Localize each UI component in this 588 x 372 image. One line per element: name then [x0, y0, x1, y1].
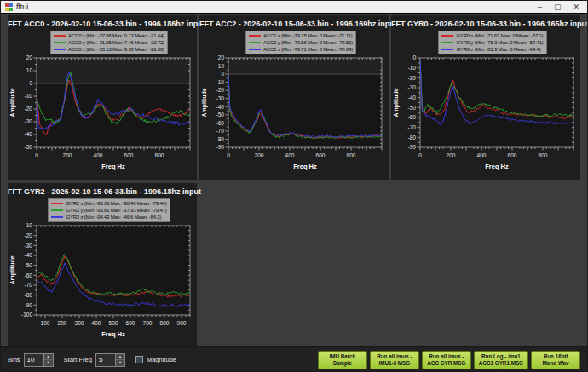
fft-chart-panel-gyr2: FFT GYR2 - 2026-02-10 15-06-33.bin - 199…	[8, 183, 197, 347]
legend-item-acc0-x: ACC0 x (Min: -37.86 Max: 0.13 Mean: -21.…	[54, 32, 164, 39]
svg-text:-70: -70	[408, 124, 417, 130]
bins-stepper[interactable]: 10 ▲ ▼	[24, 353, 54, 367]
svg-text:900: 900	[177, 320, 187, 326]
action-buttons: IMU Batch SampleRun all imus - IMU1-3 MS…	[318, 351, 580, 369]
svg-text:-50: -50	[216, 112, 225, 117]
svg-text:-20: -20	[25, 106, 33, 112]
legend-item-acc2-x: ACC2 x (Min: -79.15 Max: 0 Mean: -71.11)	[249, 32, 353, 39]
legend-line-swatch	[441, 35, 453, 37]
bins-value[interactable]: 10	[25, 354, 43, 366]
app-icon	[5, 3, 13, 11]
start-freq-down-arrow-icon[interactable]: ▼	[116, 359, 124, 366]
svg-text:-50: -50	[25, 262, 33, 268]
svg-text:-80: -80	[25, 292, 33, 298]
legend-item-gyr0-y: GYR0 y (Min: -76.3 Max: 0 Mean: -57.71)	[441, 39, 543, 46]
start-freq-value[interactable]: 5	[96, 354, 115, 366]
legend-label: ACC0 y (Min: -31.55 Max: 7.46 Mean: -22.…	[68, 40, 164, 45]
x-axis-label: Freq Hz	[293, 163, 317, 170]
x-axis-label: Freq Hz	[485, 163, 509, 170]
chart-legend: GYR0 x (Min: -72.67 Max: 0 Mean: -57.1)G…	[438, 31, 546, 54]
svg-text:800: 800	[155, 152, 164, 158]
svg-text:800: 800	[347, 152, 356, 158]
y-axis-label: Amplitude	[201, 88, 208, 117]
client-area: FFT ACC0 - 2026-02-10 15-06-33.bin - 199…	[1, 14, 587, 372]
svg-text:600: 600	[126, 320, 135, 326]
svg-text:0: 0	[418, 152, 422, 158]
svg-text:600: 600	[316, 152, 326, 158]
x-axis-label: Freq Hz	[101, 163, 125, 170]
legend-item-gyr0-z: GYR0 z (Min: -81.3 Max: 0 Mean: -64.4)	[441, 46, 543, 53]
svg-text:200: 200	[58, 320, 67, 326]
legend-label: GYR0 z (Min: -81.3 Max: 0 Mean: -64.4)	[456, 47, 540, 52]
start-freq-stepper[interactable]: 5 ▲ ▼	[95, 353, 125, 367]
svg-text:-60: -60	[216, 120, 225, 126]
maximize-button[interactable]: ▢	[554, 3, 562, 11]
svg-text:200: 200	[63, 152, 72, 158]
chart-title: FFT ACC2 - 2026-02-10 15-06-33.bin - 199…	[199, 18, 389, 30]
chart-title: FFT GYR0 - 2026-02-10 15-06-33.bin - 199…	[391, 18, 580, 30]
svg-text:-60: -60	[408, 114, 417, 120]
legend-item-gyr2-x: GYR2 x (Min: -93.66 Max: -38.46 Mean: -7…	[51, 200, 166, 207]
start-freq-label: Start Freq	[64, 356, 92, 363]
svg-text:-90: -90	[216, 144, 225, 150]
svg-text:700: 700	[143, 320, 153, 326]
legend-item-acc2-y: ACC2 y (Min: -79.56 Max: 0 Mean: -70.52)	[249, 39, 353, 46]
chart-plot-acc0: 020040060080020100-10-20-30-40-50Freq Hz…	[8, 55, 197, 178]
bottom-toolbar: Bins 10 ▲ ▼ Start Freq 5 ▲ ▼ Magnitude I…	[1, 346, 587, 372]
svg-text:-10: -10	[216, 79, 225, 85]
svg-text:-70: -70	[216, 128, 225, 134]
legend-label: GYR0 x (Min: -72.67 Max: 0 Mean: -57.1)	[456, 33, 543, 38]
svg-text:-10: -10	[25, 93, 33, 99]
svg-text:0: 0	[221, 71, 224, 77]
legend-line-swatch	[51, 203, 63, 204]
window-title: fftui	[16, 3, 28, 11]
close-button[interactable]: ✕	[573, 3, 579, 11]
magnitude-checkbox[interactable]	[135, 356, 143, 363]
chart-legend: ACC2 x (Min: -79.15 Max: 0 Mean: -71.11)…	[245, 31, 356, 54]
imu-batch-button[interactable]: IMU Batch Sample	[318, 351, 367, 369]
chart-plot-gyr0: 02004006008000-10-20-30-40-50-60-70-80-9…	[391, 55, 580, 178]
legend-line-swatch	[51, 216, 63, 218]
svg-text:-90: -90	[25, 302, 33, 308]
run-16bit-button[interactable]: Run 16bit Mono Wav	[531, 351, 580, 369]
run-log-imu1-button[interactable]: Run Log - imu1 ACC1 GYR1 MSG	[474, 351, 528, 369]
chart-legend: GYR2 x (Min: -93.66 Max: -38.46 Mean: -7…	[48, 198, 170, 222]
legend-line-swatch	[54, 49, 66, 50]
legend-line-swatch	[54, 42, 66, 43]
y-axis-label: Amplitude	[9, 255, 16, 284]
chart-plot-acc2: 020040060080020100-10-20-30-40-50-60-70-…	[199, 55, 389, 178]
svg-text:-100: -100	[21, 312, 32, 318]
svg-text:-40: -40	[408, 94, 417, 100]
svg-text:800: 800	[539, 152, 548, 158]
svg-text:-30: -30	[216, 95, 225, 101]
svg-text:-20: -20	[25, 232, 33, 238]
minimize-button[interactable]: –	[538, 3, 542, 11]
run-all-imus-button[interactable]: Run all imus - IMU1-3 MSG	[370, 351, 419, 369]
run-all-imus-button[interactable]: Run all imus - ACC GYR MSG	[422, 351, 471, 369]
svg-text:10: 10	[26, 67, 33, 73]
bins-down-arrow-icon[interactable]: ▼	[44, 359, 53, 366]
legend-label: GYR0 y (Min: -76.3 Max: 0 Mean: -57.71)	[456, 40, 543, 45]
svg-text:10: 10	[218, 63, 225, 69]
svg-text:400: 400	[285, 152, 295, 158]
svg-text:-50: -50	[408, 105, 417, 111]
svg-text:100: 100	[41, 320, 50, 326]
svg-text:400: 400	[477, 152, 487, 158]
svg-text:-30: -30	[25, 243, 33, 249]
svg-text:-70: -70	[25, 282, 33, 288]
svg-text:-40: -40	[25, 252, 33, 258]
legend-line-swatch	[249, 49, 261, 50]
fft-chart-panel-acc2: FFT ACC2 - 2026-02-10 15-06-33.bin - 199…	[199, 15, 389, 180]
svg-text:400: 400	[92, 320, 101, 326]
svg-text:-60: -60	[25, 272, 33, 278]
svg-text:-40: -40	[216, 104, 225, 110]
fft-chart-panel-gyr0: FFT GYR0 - 2026-02-10 15-06-33.bin - 199…	[391, 15, 580, 180]
svg-text:600: 600	[124, 152, 134, 158]
legend-item-gyr2-y: GYR2 y (Min: -93.81 Max: -37.93 Mean: -7…	[51, 207, 166, 214]
legend-line-swatch	[54, 35, 66, 37]
legend-label: ACC2 z (Min: -79.71 Max: 0 Mean: -70.84)	[263, 47, 353, 52]
title-bar[interactable]: fftui – ▢ ✕	[1, 1, 587, 14]
svg-text:-10: -10	[408, 65, 417, 71]
legend-label: GYR2 x (Min: -93.66 Max: -38.46 Mean: -7…	[66, 201, 166, 206]
svg-text:-10: -10	[25, 223, 33, 228]
